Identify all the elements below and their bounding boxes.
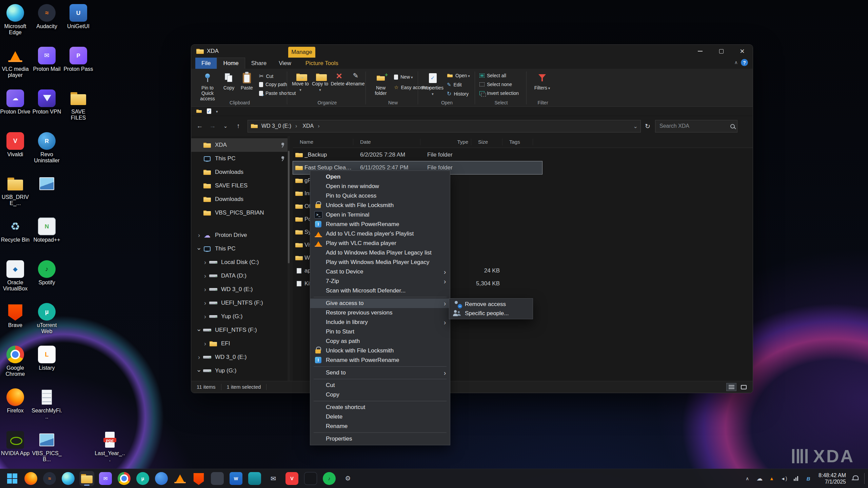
desktop-icon[interactable]: SearchMyFi... (32, 388, 62, 420)
submenu-item[interactable]: Remove access (449, 300, 533, 309)
thumbnails-view-button[interactable] (738, 383, 749, 391)
context-menu-item[interactable]: Send to (310, 368, 450, 378)
sidebar-item[interactable]: Downloads (191, 165, 288, 179)
context-menu-item[interactable]: Add to VLC media player's Playlist (310, 229, 450, 239)
open-button[interactable]: Open (447, 73, 470, 78)
forward-button[interactable] (206, 120, 219, 132)
context-menu-item[interactable]: Copy (310, 390, 450, 400)
file-row[interactable]: _Backup 6/2/2025 7:28 AM File folder (293, 148, 542, 161)
taskbar-app[interactable] (42, 471, 57, 486)
taskbar-app[interactable] (229, 471, 243, 486)
search-input[interactable] (659, 123, 730, 129)
collapse-ribbon-icon[interactable] (734, 60, 738, 65)
sidebar-item[interactable]: WD 3_0 (E:) (191, 350, 288, 364)
taskbar-app[interactable] (284, 471, 299, 486)
column-header[interactable]: Size (471, 139, 502, 145)
context-menu-item[interactable]: Rename (310, 422, 450, 431)
sidebar-item[interactable]: This PC (191, 152, 288, 165)
taskbar-app[interactable] (247, 471, 262, 486)
cloud-tray-icon[interactable] (754, 472, 765, 485)
sidebar-item[interactable]: This PC (191, 242, 288, 256)
copy-button[interactable]: Copy (220, 71, 237, 90)
chevron-right-icon[interactable] (201, 300, 209, 307)
taskbar-app[interactable] (135, 471, 150, 486)
paste-button[interactable]: Paste (238, 71, 256, 90)
vlc-tray-icon[interactable] (766, 472, 777, 485)
context-menu-item[interactable]: Include in library (310, 318, 450, 327)
minimize-button[interactable] (690, 45, 711, 58)
column-header[interactable]: Name (293, 139, 353, 145)
delete-button[interactable]: Delete (330, 71, 348, 87)
sidebar-item[interactable]: EFI (191, 337, 288, 350)
sidebar-item[interactable]: SAVE FILES (191, 179, 288, 192)
context-menu-item[interactable]: Rename with PowerRename (310, 355, 450, 365)
details-view-button[interactable] (726, 383, 736, 391)
move-to-button[interactable]: Move to (291, 71, 310, 93)
chevron-down-icon[interactable] (195, 245, 203, 252)
context-menu-item[interactable]: Pin to Start (310, 327, 450, 337)
chevron-down-icon[interactable] (195, 367, 203, 374)
context-menu-item[interactable]: Open in Terminal (310, 210, 450, 220)
desktop-icon[interactable]: Spotify (32, 260, 62, 286)
bluetooth-icon[interactable] (803, 472, 814, 485)
breadcrumb-drive[interactable]: WD 3_0 (E:) (261, 123, 302, 129)
copy-to-button[interactable]: Copy to (311, 71, 330, 93)
desktop-icon[interactable]: uTorrent Web (32, 303, 62, 334)
customize-toolbar-icon[interactable] (216, 108, 218, 114)
close-button[interactable] (732, 45, 753, 58)
taskbar-app[interactable] (173, 471, 188, 486)
chevron-right-icon[interactable] (201, 259, 209, 266)
volume-icon[interactable] (778, 472, 789, 485)
desktop-icon[interactable]: Proton Drive (0, 89, 31, 115)
pin-to-quick-access-button[interactable]: Pin to Quick access (195, 71, 220, 101)
select-none-button[interactable]: Select none (479, 82, 512, 87)
sidebar-item[interactable]: Local Disk (C:) (191, 256, 288, 269)
chevron-down-icon[interactable] (195, 327, 203, 334)
desktop-icon[interactable]: USB_DRIVE_... (0, 175, 31, 206)
chevron-right-icon[interactable] (201, 272, 209, 280)
desktop-icon[interactable]: Firefox (0, 388, 31, 414)
context-menu-item[interactable]: Play with VLC media player (310, 239, 450, 248)
show-desktop-button[interactable] (864, 473, 865, 484)
context-menu-item[interactable]: Properties (310, 434, 450, 444)
context-menu-item[interactable]: Give access to (310, 299, 450, 308)
context-menu-item[interactable]: Delete (310, 412, 450, 422)
context-menu-item[interactable]: Unlock with File Locksmith (310, 201, 450, 210)
scrollbar-thumb[interactable] (288, 151, 290, 263)
taskbar-app[interactable] (210, 471, 225, 486)
address-dropdown-icon[interactable] (633, 123, 638, 129)
taskbar-app[interactable] (23, 471, 38, 486)
desktop-icon[interactable]: Proton Mail (32, 47, 62, 72)
taskbar-app[interactable] (61, 471, 76, 486)
taskbar-clock[interactable]: 8:48:42 AM 7/1/2025 (815, 472, 849, 485)
address-bar[interactable]: WD 3_0 (E:) XDA (248, 120, 641, 133)
column-header[interactable]: Type (420, 139, 471, 145)
desktop-icon[interactable]: Proton Pass (63, 47, 94, 72)
sidebar-item[interactable]: DATA (D:) (191, 269, 288, 283)
ribbon-tab[interactable]: Share (245, 58, 273, 69)
invert-selection-button[interactable]: Invert selection (479, 90, 519, 96)
context-menu-item[interactable]: Play with Windows Media Player Legacy (310, 258, 450, 267)
desktop-icon[interactable] (32, 175, 62, 194)
sidebar-item[interactable]: Proton Drive (191, 228, 288, 242)
desktop-icon[interactable]: Vivaldi (0, 132, 31, 158)
taskbar-app[interactable] (266, 471, 281, 486)
taskbar-app[interactable] (322, 471, 337, 486)
help-icon[interactable]: ? (741, 59, 748, 66)
new-item-button[interactable]: New (394, 74, 413, 80)
context-menu-item[interactable]: Pin to Quick access (310, 191, 450, 201)
desktop-icon[interactable]: VLC media player (0, 47, 31, 78)
properties-button[interactable]: Properties (421, 71, 444, 97)
copy-path-button[interactable]: Copy path (259, 82, 287, 87)
context-menu-item[interactable]: Unlock with File Locksmith (310, 346, 450, 355)
taskbar-app[interactable] (117, 471, 132, 486)
desktop-icon[interactable]: UniGetUI (63, 4, 94, 29)
context-menu-item[interactable]: Scan with Microsoft Defender... (310, 286, 450, 296)
sidebar-item[interactable]: UEFI_NTFS (F:) (191, 296, 288, 310)
sidebar-item[interactable]: Yup (G:) (191, 310, 288, 323)
column-header[interactable]: Date (353, 139, 420, 145)
quick-access-folder-icon[interactable] (196, 109, 202, 114)
cut-button[interactable]: Cut (259, 73, 273, 79)
up-button[interactable] (232, 120, 245, 132)
context-menu-item[interactable]: Add to Windows Media Player Legacy list (310, 248, 450, 258)
